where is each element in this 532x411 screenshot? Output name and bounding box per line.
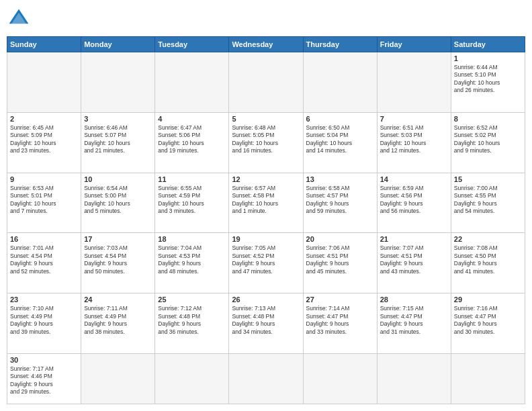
day-number: 8 [454, 115, 522, 123]
day-cell: 29Sunrise: 7:16 AM Sunset: 4:47 PM Dayli… [451, 293, 525, 354]
weekday-tuesday: Tuesday [155, 37, 229, 52]
weekday-sunday: Sunday [7, 37, 81, 52]
day-info: Sunrise: 7:08 AM Sunset: 4:50 PM Dayligh… [454, 244, 522, 275]
logo-icon [7, 7, 31, 31]
week-row-2: 2Sunrise: 6:45 AM Sunset: 5:09 PM Daylig… [7, 112, 525, 173]
day-cell: 23Sunrise: 7:10 AM Sunset: 4:49 PM Dayli… [7, 293, 81, 354]
weekday-thursday: Thursday [303, 37, 377, 52]
day-cell [155, 353, 229, 404]
weekday-friday: Friday [377, 37, 451, 52]
day-info: Sunrise: 7:12 AM Sunset: 4:48 PM Dayligh… [158, 305, 226, 336]
day-cell: 11Sunrise: 6:55 AM Sunset: 4:59 PM Dayli… [155, 173, 229, 233]
day-number: 6 [306, 115, 374, 123]
day-cell: 19Sunrise: 7:05 AM Sunset: 4:52 PM Dayli… [229, 233, 303, 293]
day-info: Sunrise: 6:55 AM Sunset: 4:59 PM Dayligh… [158, 185, 226, 216]
day-info: Sunrise: 7:17 AM Sunset: 4:46 PM Dayligh… [10, 365, 78, 396]
day-cell: 28Sunrise: 7:15 AM Sunset: 4:47 PM Dayli… [377, 293, 451, 354]
day-number: 18 [158, 235, 226, 243]
day-number: 29 [454, 295, 522, 304]
day-cell: 7Sunrise: 6:51 AM Sunset: 5:03 PM Daylig… [377, 112, 451, 173]
day-info: Sunrise: 6:46 AM Sunset: 5:07 PM Dayligh… [84, 124, 152, 155]
day-cell: 27Sunrise: 7:14 AM Sunset: 4:47 PM Dayli… [303, 293, 377, 354]
day-number: 9 [10, 175, 78, 183]
day-cell: 21Sunrise: 7:07 AM Sunset: 4:51 PM Dayli… [377, 233, 451, 293]
day-cell: 14Sunrise: 6:59 AM Sunset: 4:56 PM Dayli… [377, 173, 451, 233]
day-number: 5 [232, 115, 300, 123]
day-number: 23 [10, 295, 78, 304]
day-cell [81, 353, 155, 404]
day-info: Sunrise: 7:14 AM Sunset: 4:47 PM Dayligh… [306, 305, 374, 336]
week-row-6: 30Sunrise: 7:17 AM Sunset: 4:46 PM Dayli… [7, 353, 525, 404]
day-number: 30 [10, 356, 78, 364]
week-row-1: 1Sunrise: 6:44 AM Sunset: 5:10 PM Daylig… [7, 52, 525, 113]
header [7, 7, 525, 31]
day-cell: 12Sunrise: 6:57 AM Sunset: 4:58 PM Dayli… [229, 173, 303, 233]
day-cell: 3Sunrise: 6:46 AM Sunset: 5:07 PM Daylig… [81, 112, 155, 173]
day-cell: 20Sunrise: 7:06 AM Sunset: 4:51 PM Dayli… [303, 233, 377, 293]
day-info: Sunrise: 6:59 AM Sunset: 4:56 PM Dayligh… [380, 185, 448, 216]
day-cell [229, 52, 303, 113]
day-number: 20 [306, 235, 374, 243]
day-info: Sunrise: 7:07 AM Sunset: 4:51 PM Dayligh… [380, 244, 448, 275]
day-cell [7, 52, 81, 113]
day-number: 10 [84, 175, 152, 183]
day-number: 12 [232, 175, 300, 183]
day-info: Sunrise: 6:48 AM Sunset: 5:05 PM Dayligh… [232, 124, 300, 155]
day-number: 7 [380, 115, 448, 123]
week-row-3: 9Sunrise: 6:53 AM Sunset: 5:01 PM Daylig… [7, 173, 525, 233]
day-info: Sunrise: 6:54 AM Sunset: 5:00 PM Dayligh… [84, 185, 152, 216]
day-number: 24 [84, 295, 152, 304]
weekday-header-row: SundayMondayTuesdayWednesdayThursdayFrid… [7, 37, 525, 52]
day-info: Sunrise: 6:50 AM Sunset: 5:04 PM Dayligh… [306, 124, 374, 155]
day-number: 26 [232, 295, 300, 304]
day-number: 4 [158, 115, 226, 123]
day-info: Sunrise: 7:03 AM Sunset: 4:54 PM Dayligh… [84, 244, 152, 275]
day-number: 28 [380, 295, 448, 304]
day-number: 27 [306, 295, 374, 304]
day-info: Sunrise: 6:53 AM Sunset: 5:01 PM Dayligh… [10, 185, 78, 216]
calendar-table: SundayMondayTuesdayWednesdayThursdayFrid… [7, 36, 525, 404]
day-number: 13 [306, 175, 374, 183]
day-number: 17 [84, 235, 152, 243]
day-cell: 8Sunrise: 6:52 AM Sunset: 5:02 PM Daylig… [451, 112, 525, 173]
page: SundayMondayTuesdayWednesdayThursdayFrid… [0, 0, 532, 411]
day-info: Sunrise: 7:05 AM Sunset: 4:52 PM Dayligh… [232, 244, 300, 275]
week-row-4: 16Sunrise: 7:01 AM Sunset: 4:54 PM Dayli… [7, 233, 525, 293]
day-cell [303, 353, 377, 404]
day-number: 19 [232, 235, 300, 243]
weekday-saturday: Saturday [451, 37, 525, 52]
day-number: 14 [380, 175, 448, 183]
day-info: Sunrise: 6:51 AM Sunset: 5:03 PM Dayligh… [380, 124, 448, 155]
day-info: Sunrise: 6:45 AM Sunset: 5:09 PM Dayligh… [10, 124, 78, 155]
day-cell: 4Sunrise: 6:47 AM Sunset: 5:06 PM Daylig… [155, 112, 229, 173]
day-cell: 18Sunrise: 7:04 AM Sunset: 4:53 PM Dayli… [155, 233, 229, 293]
day-info: Sunrise: 6:47 AM Sunset: 5:06 PM Dayligh… [158, 124, 226, 155]
day-info: Sunrise: 6:58 AM Sunset: 4:57 PM Dayligh… [306, 185, 374, 216]
day-cell: 17Sunrise: 7:03 AM Sunset: 4:54 PM Dayli… [81, 233, 155, 293]
day-info: Sunrise: 7:13 AM Sunset: 4:48 PM Dayligh… [232, 305, 300, 336]
day-cell: 9Sunrise: 6:53 AM Sunset: 5:01 PM Daylig… [7, 173, 81, 233]
logo [7, 7, 34, 31]
day-cell: 26Sunrise: 7:13 AM Sunset: 4:48 PM Dayli… [229, 293, 303, 354]
day-number: 3 [84, 115, 152, 123]
day-number: 2 [10, 115, 78, 123]
day-cell [303, 52, 377, 113]
day-cell: 15Sunrise: 7:00 AM Sunset: 4:55 PM Dayli… [451, 173, 525, 233]
day-info: Sunrise: 7:04 AM Sunset: 4:53 PM Dayligh… [158, 244, 226, 275]
day-cell [81, 52, 155, 113]
day-cell [451, 353, 525, 404]
day-cell: 22Sunrise: 7:08 AM Sunset: 4:50 PM Dayli… [451, 233, 525, 293]
day-info: Sunrise: 7:11 AM Sunset: 4:49 PM Dayligh… [84, 305, 152, 336]
day-info: Sunrise: 6:52 AM Sunset: 5:02 PM Dayligh… [454, 124, 522, 155]
day-cell: 30Sunrise: 7:17 AM Sunset: 4:46 PM Dayli… [7, 353, 81, 404]
day-cell [377, 52, 451, 113]
day-cell: 24Sunrise: 7:11 AM Sunset: 4:49 PM Dayli… [81, 293, 155, 354]
day-cell: 16Sunrise: 7:01 AM Sunset: 4:54 PM Dayli… [7, 233, 81, 293]
weekday-wednesday: Wednesday [229, 37, 303, 52]
day-cell [229, 353, 303, 404]
day-cell: 13Sunrise: 6:58 AM Sunset: 4:57 PM Dayli… [303, 173, 377, 233]
day-info: Sunrise: 7:00 AM Sunset: 4:55 PM Dayligh… [454, 185, 522, 216]
day-number: 22 [454, 235, 522, 243]
day-info: Sunrise: 7:15 AM Sunset: 4:47 PM Dayligh… [380, 305, 448, 336]
day-cell: 5Sunrise: 6:48 AM Sunset: 5:05 PM Daylig… [229, 112, 303, 173]
